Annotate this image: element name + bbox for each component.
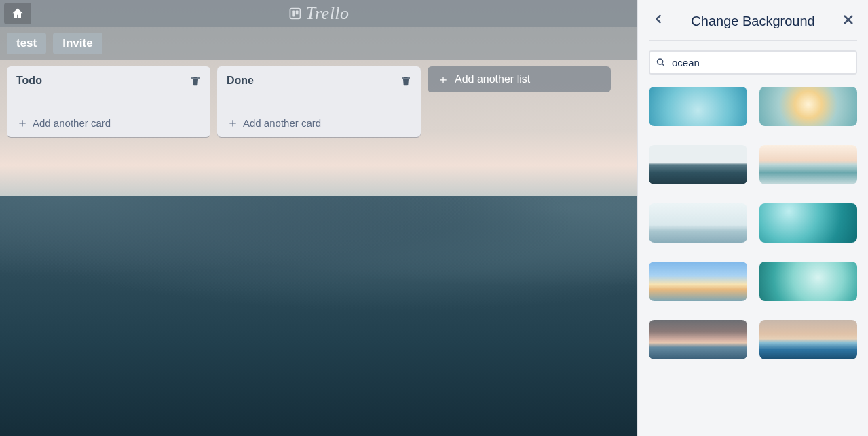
add-card-button[interactable]: ＋ Add another card <box>16 114 201 130</box>
background-search-input[interactable] <box>649 50 857 75</box>
background-option[interactable] <box>649 145 747 184</box>
background-option[interactable] <box>759 87 858 126</box>
invite-button[interactable]: Invite <box>53 33 102 54</box>
lists-row: Todo ＋ Add another card Done ＋ Add anoth… <box>0 60 637 144</box>
background-option[interactable] <box>649 262 747 301</box>
plus-icon: ＋ <box>227 117 239 129</box>
sidepanel-title: Change Background <box>691 14 814 29</box>
delete-list-icon[interactable] <box>190 75 201 87</box>
brand: Trello <box>288 3 349 24</box>
background-option[interactable] <box>759 145 858 184</box>
background-option[interactable] <box>759 262 858 301</box>
add-list-label: Add another list <box>455 73 530 85</box>
add-list-button[interactable]: ＋ Add another list <box>428 66 611 92</box>
plus-icon: ＋ <box>16 117 29 129</box>
background-option[interactable] <box>759 203 858 243</box>
board-name[interactable]: test <box>7 33 46 54</box>
board-area: Trello test Invite Todo ＋ Add another ca… <box>0 0 637 436</box>
background-option[interactable] <box>649 203 747 243</box>
brand-name: Trello <box>305 3 349 24</box>
background-search <box>649 50 857 75</box>
home-icon <box>11 7 24 20</box>
list-title[interactable]: Todo <box>16 75 42 87</box>
svg-rect-1 <box>292 10 295 16</box>
add-card-label: Add another card <box>243 117 321 129</box>
svg-point-5 <box>658 59 663 64</box>
search-icon <box>656 58 666 68</box>
svg-line-6 <box>662 64 664 66</box>
trello-logo-icon <box>288 7 301 20</box>
list: Done ＋ Add another card <box>217 66 421 137</box>
svg-rect-2 <box>295 10 298 14</box>
close-icon[interactable] <box>842 14 854 26</box>
background-option[interactable] <box>649 87 747 126</box>
background-option[interactable] <box>759 320 858 359</box>
list-header: Done <box>227 75 411 87</box>
home-button[interactable] <box>4 3 31 24</box>
app-header: Trello <box>0 0 637 27</box>
add-card-button[interactable]: ＋ Add another card <box>227 114 411 130</box>
board-bar: test Invite <box>0 27 637 60</box>
delete-list-icon[interactable] <box>400 75 411 87</box>
change-background-panel: Change Background <box>637 0 868 436</box>
svg-rect-0 <box>290 9 300 19</box>
list-header: Todo <box>16 75 201 87</box>
background-thumbnails <box>649 87 857 359</box>
background-option[interactable] <box>649 320 747 359</box>
list: Todo ＋ Add another card <box>7 66 210 137</box>
add-card-label: Add another card <box>33 117 111 129</box>
plus-icon: ＋ <box>437 73 449 85</box>
sidepanel-header: Change Background <box>649 7 857 41</box>
back-icon[interactable] <box>652 12 665 26</box>
list-title[interactable]: Done <box>227 75 254 87</box>
